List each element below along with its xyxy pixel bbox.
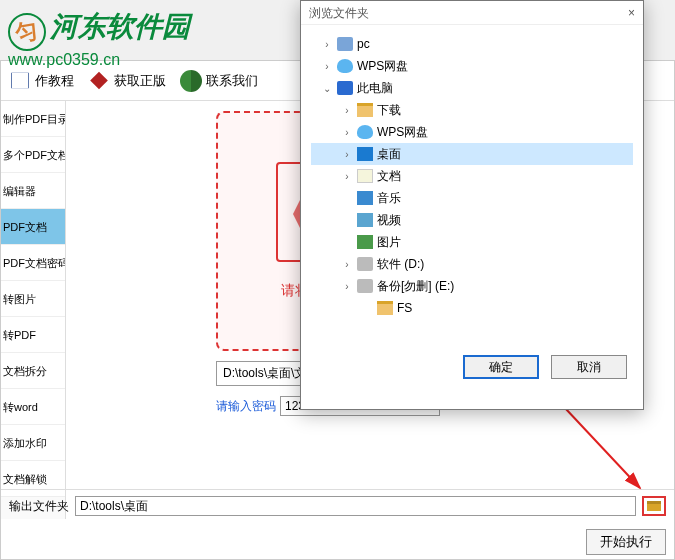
sidebar-item[interactable]: PDF文档密码 bbox=[1, 245, 65, 281]
ico-doc-icon bbox=[357, 169, 373, 183]
sidebar-item[interactable]: 多个PDF文档 bbox=[1, 137, 65, 173]
ico-monitor-icon bbox=[337, 81, 353, 95]
avatar-icon bbox=[180, 70, 202, 92]
run-button[interactable]: 开始执行 bbox=[586, 529, 666, 555]
sidebar-item[interactable]: 文档拆分 bbox=[1, 353, 65, 389]
ok-button[interactable]: 确定 bbox=[463, 355, 539, 379]
get-licensed-button[interactable]: 获取正版 bbox=[82, 66, 172, 96]
tree-item[interactable]: ›WPS网盘 bbox=[311, 55, 633, 77]
sidebar: 制作PDF目录多个PDF文档编辑器PDF文档PDF文档密码转图片转PDF文档拆分… bbox=[1, 101, 66, 519]
tutorial-button[interactable]: 作教程 bbox=[3, 66, 80, 96]
tree-label: 备份[勿删] (E:) bbox=[377, 278, 454, 295]
tree-item[interactable]: ›WPS网盘 bbox=[311, 121, 633, 143]
output-label: 输出文件夹 bbox=[9, 498, 69, 515]
output-path-input[interactable] bbox=[75, 496, 636, 516]
tree-item[interactable]: ›软件 (D:) bbox=[311, 253, 633, 275]
tree-item[interactable]: 音乐 bbox=[311, 187, 633, 209]
browse-folder-dialog: 浏览文件夹 × ›pc›WPS网盘⌄此电脑›下载›WPS网盘›桌面›文档音乐视频… bbox=[300, 0, 644, 410]
sidebar-item[interactable]: 编辑器 bbox=[1, 173, 65, 209]
sidebar-item[interactable]: 转word bbox=[1, 389, 65, 425]
tree-label: 软件 (D:) bbox=[377, 256, 424, 273]
tree-label: 图片 bbox=[377, 234, 401, 251]
toolbar-label: 获取正版 bbox=[114, 72, 166, 90]
tree-item[interactable]: FS bbox=[311, 297, 633, 319]
sidebar-item[interactable]: 添加水印 bbox=[1, 425, 65, 461]
tree-item[interactable]: ›备份[勿删] (E:) bbox=[311, 275, 633, 297]
ico-drive-icon bbox=[357, 257, 373, 271]
tree-label: 此电脑 bbox=[357, 80, 393, 97]
expand-icon[interactable]: › bbox=[341, 105, 353, 116]
watermark-logo-icon: 匀 bbox=[8, 13, 46, 51]
watermark-url: www.pc0359.cn bbox=[8, 51, 190, 69]
tree-item[interactable]: ›下载 bbox=[311, 99, 633, 121]
expand-icon[interactable]: › bbox=[341, 171, 353, 182]
tree-label: FS bbox=[397, 301, 412, 315]
ico-pc-icon bbox=[337, 37, 353, 51]
tree-item[interactable]: ›文档 bbox=[311, 165, 633, 187]
tree-label: 音乐 bbox=[377, 190, 401, 207]
tree-item[interactable]: 视频 bbox=[311, 209, 633, 231]
tree-label: 下载 bbox=[377, 102, 401, 119]
folder-tree: ›pc›WPS网盘⌄此电脑›下载›WPS网盘›桌面›文档音乐视频图片›软件 (D… bbox=[301, 25, 643, 345]
ico-video-icon bbox=[357, 213, 373, 227]
book-icon bbox=[9, 70, 31, 92]
dialog-titlebar: 浏览文件夹 × bbox=[301, 1, 643, 25]
expand-icon[interactable]: › bbox=[321, 39, 333, 50]
bottom-bar: 输出文件夹 开始执行 bbox=[1, 489, 674, 559]
ico-pic-icon bbox=[357, 235, 373, 249]
ico-desktop-icon bbox=[357, 147, 373, 161]
expand-icon[interactable]: › bbox=[341, 127, 353, 138]
dialog-buttons: 确定 取消 bbox=[301, 345, 643, 389]
watermark-title: 河东软件园 bbox=[50, 11, 190, 42]
sidebar-item[interactable]: PDF文档 bbox=[1, 209, 65, 245]
tree-item[interactable]: ›桌面 bbox=[311, 143, 633, 165]
expand-icon[interactable]: › bbox=[341, 259, 353, 270]
expand-icon[interactable]: › bbox=[321, 61, 333, 72]
expand-icon[interactable]: ⌄ bbox=[321, 83, 333, 94]
contact-button[interactable]: 联系我们 bbox=[174, 66, 264, 96]
dialog-close-button[interactable]: × bbox=[628, 1, 635, 24]
cancel-button[interactable]: 取消 bbox=[551, 355, 627, 379]
tree-label: WPS网盘 bbox=[357, 58, 408, 75]
ico-music-icon bbox=[357, 191, 373, 205]
tree-label: 桌面 bbox=[377, 146, 401, 163]
expand-icon[interactable]: › bbox=[341, 149, 353, 160]
watermark: 匀 河东软件园 www.pc0359.cn bbox=[8, 8, 190, 69]
tree-label: 视频 bbox=[377, 212, 401, 229]
ico-cloud-icon bbox=[337, 59, 353, 73]
tree-label: pc bbox=[357, 37, 370, 51]
sidebar-item[interactable]: 制作PDF目录 bbox=[1, 101, 65, 137]
tree-label: WPS网盘 bbox=[377, 124, 428, 141]
password-label: 请输入密码 bbox=[216, 398, 276, 415]
tree-label: 文档 bbox=[377, 168, 401, 185]
sidebar-item[interactable]: 转图片 bbox=[1, 281, 65, 317]
hat-icon bbox=[88, 70, 110, 92]
toolbar-label: 作教程 bbox=[35, 72, 74, 90]
browse-folder-button[interactable] bbox=[642, 496, 666, 516]
tree-item[interactable]: ⌄此电脑 bbox=[311, 77, 633, 99]
toolbar-label: 联系我们 bbox=[206, 72, 258, 90]
tree-item[interactable]: ›pc bbox=[311, 33, 633, 55]
sidebar-item[interactable]: 转PDF bbox=[1, 317, 65, 353]
dialog-title: 浏览文件夹 bbox=[309, 1, 369, 24]
ico-folder-icon bbox=[357, 103, 373, 117]
ico-cloud-icon bbox=[357, 125, 373, 139]
expand-icon[interactable]: › bbox=[341, 281, 353, 292]
folder-icon bbox=[647, 501, 661, 511]
tree-item[interactable]: 图片 bbox=[311, 231, 633, 253]
ico-folder-icon bbox=[377, 301, 393, 315]
ico-drive-icon bbox=[357, 279, 373, 293]
